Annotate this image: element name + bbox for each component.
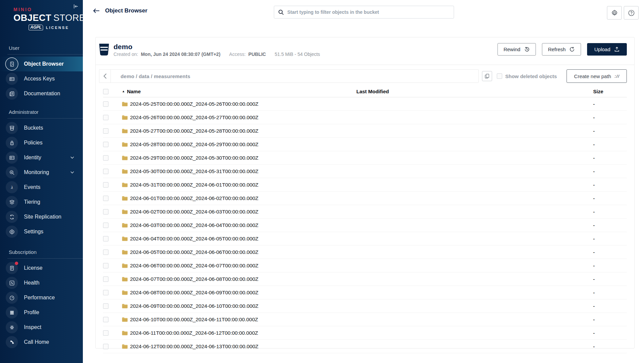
row-checkbox[interactable] (103, 317, 108, 322)
upload-button[interactable]: Upload (587, 43, 627, 56)
table-row[interactable]: 2024-05-30T00:00:00.000Z_2024-05-31T00:0… (103, 165, 627, 178)
table-row[interactable]: 2024-06-12T00:00:00.000Z_2024-06-13T00:0… (103, 340, 627, 353)
row-checkbox[interactable] (103, 276, 108, 282)
row-checkbox[interactable] (103, 290, 108, 295)
show-deleted-checkbox[interactable] (497, 73, 502, 79)
table-row[interactable]: 2024-05-31T00:00:00.000Z_2024-06-01T00:0… (103, 178, 627, 192)
object-name[interactable]: 2024-05-28T00:00:00.000Z_2024-05-29T00:0… (130, 141, 258, 147)
table-row[interactable]: 2024-05-25T00:00:00.000Z_2024-05-26T00:0… (103, 97, 627, 111)
table-row[interactable]: 2024-06-03T00:00:00.000Z_2024-06-04T00:0… (103, 219, 627, 232)
table-row[interactable]: 2024-06-01T00:00:00.000Z_2024-06-02T00:0… (103, 192, 627, 205)
object-name[interactable]: 2024-06-07T00:00:00.000Z_2024-06-08T00:0… (130, 276, 258, 282)
object-name[interactable]: 2024-06-04T00:00:00.000Z_2024-06-05T00:0… (130, 236, 258, 242)
object-filter-search[interactable] (274, 6, 454, 19)
access-value[interactable]: PUBLIC (248, 52, 266, 57)
object-name[interactable]: 2024-05-30T00:00:00.000Z_2024-05-31T00:0… (130, 168, 258, 174)
row-checkbox[interactable] (103, 169, 108, 174)
row-checkbox[interactable] (103, 182, 108, 188)
object-name[interactable]: 2024-06-10T00:00:00.000Z_2024-06-11T00:0… (130, 317, 258, 323)
breadcrumb[interactable]: demo / data / measurements (111, 73, 190, 79)
table-row[interactable]: 2024-06-06T00:00:00.000Z_2024-06-07T00:0… (103, 259, 627, 272)
table-row[interactable]: 2024-06-05T00:00:00.000Z_2024-06-06T00:0… (103, 245, 627, 259)
object-name[interactable]: 2024-06-09T00:00:00.000Z_2024-06-10T00:0… (130, 303, 258, 309)
object-name[interactable]: 2024-05-27T00:00:00.000Z_2024-05-28T00:0… (130, 128, 258, 134)
help-button[interactable] (624, 6, 639, 20)
row-checkbox[interactable] (103, 223, 108, 228)
column-header-last-modified[interactable]: Last Modified (356, 89, 593, 94)
row-checkbox[interactable] (103, 101, 108, 107)
row-checkbox[interactable] (103, 155, 108, 161)
create-new-path-button[interactable]: Create new path :// (567, 69, 627, 83)
table-row[interactable]: 2024-05-29T00:00:00.000Z_2024-05-30T00:0… (103, 151, 627, 165)
refresh-button[interactable]: Refresh (542, 43, 581, 56)
object-name[interactable]: 2024-06-02T00:00:00.000Z_2024-06-03T00:0… (130, 209, 258, 215)
sidebar-item-performance[interactable]: Performance (0, 290, 83, 305)
table-row[interactable]: 2024-06-11T00:00:00.000Z_2024-06-12T00:0… (103, 326, 627, 340)
row-checkbox[interactable] (103, 344, 108, 349)
object-name[interactable]: 2024-05-29T00:00:00.000Z_2024-05-30T00:0… (130, 155, 258, 161)
row-checkbox[interactable] (103, 303, 108, 309)
sidebar-item-tiering[interactable]: Tiering (0, 195, 83, 209)
bucket-header: demo Created on: Mon, Jun 24 2024 08:30:… (96, 37, 634, 60)
table-row[interactable]: 2024-06-04T00:00:00.000Z_2024-06-05T00:0… (103, 232, 627, 245)
sidebar-item-profile[interactable]: Profile (0, 305, 83, 320)
column-header-size[interactable]: Size (593, 89, 627, 94)
table-row[interactable]: 2024-06-09T00:00:00.000Z_2024-06-10T00:0… (103, 299, 627, 313)
object-name[interactable]: 2024-06-12T00:00:00.000Z_2024-06-13T00:0… (130, 343, 258, 350)
table-row[interactable]: 2024-05-28T00:00:00.000Z_2024-05-29T00:0… (103, 138, 627, 151)
sidebar-item-label: Monitoring (24, 169, 49, 175)
row-checkbox[interactable] (103, 128, 108, 134)
row-checkbox[interactable] (103, 115, 108, 120)
copy-path-button[interactable] (482, 71, 492, 81)
table-row[interactable]: 2024-05-27T00:00:00.000Z_2024-05-28T00:0… (103, 124, 627, 138)
table-row[interactable]: 2024-06-08T00:00:00.000Z_2024-06-09T00:0… (103, 286, 627, 299)
sidebar-item-events[interactable]: λ Events (0, 180, 83, 195)
object-name[interactable]: 2024-06-05T00:00:00.000Z_2024-06-06T00:0… (130, 249, 258, 255)
object-name[interactable]: 2024-05-26T00:00:00.000Z_2024-05-27T00:0… (130, 114, 258, 121)
select-all-checkbox[interactable] (103, 89, 108, 94)
object-name[interactable]: 2024-06-03T00:00:00.000Z_2024-06-04T00:0… (130, 222, 258, 228)
sidebar-item-label: Performance (24, 295, 55, 301)
breadcrumb-back-icon[interactable] (99, 70, 111, 82)
row-checkbox[interactable] (103, 250, 108, 255)
object-name[interactable]: 2024-05-25T00:00:00.000Z_2024-05-26T00:0… (130, 101, 258, 107)
rewind-button[interactable]: Rewind (497, 43, 536, 56)
sidebar-item-buckets[interactable]: Buckets (0, 121, 83, 135)
object-name[interactable]: 2024-06-06T00:00:00.000Z_2024-06-07T00:0… (130, 263, 258, 269)
column-header-name[interactable]: ▲ Name (121, 89, 356, 94)
back-arrow-icon[interactable] (93, 8, 100, 13)
object-name[interactable]: 2024-06-01T00:00:00.000Z_2024-06-02T00:0… (130, 195, 258, 201)
sidebar-item-label: Settings (24, 229, 43, 235)
sidebar-item-settings[interactable]: Settings (0, 224, 83, 239)
sidebar-item-identity[interactable]: Identity (0, 150, 83, 165)
sidebar-item-monitoring[interactable]: Monitoring (0, 165, 83, 180)
object-name[interactable]: 2024-05-31T00:00:00.000Z_2024-06-01T00:0… (130, 182, 258, 188)
row-checkbox[interactable] (103, 236, 108, 241)
sidebar-item-policies[interactable]: Policies (0, 135, 83, 150)
sidebar-item-health[interactable]: Health (0, 275, 83, 290)
settings-gear-button[interactable] (607, 6, 622, 20)
sidebar-item-license[interactable]: License (0, 261, 83, 275)
show-deleted-toggle[interactable]: Show deleted objects (497, 73, 557, 79)
row-checkbox[interactable] (103, 263, 108, 268)
sidebar-item-access-keys[interactable]: Access Keys (0, 71, 83, 86)
table-row[interactable]: 2024-06-02T00:00:00.000Z_2024-06-03T00:0… (103, 205, 627, 219)
sidebar-item-documentation[interactable]: Documentation (0, 86, 83, 101)
collapse-sidebar-icon[interactable] (72, 3, 79, 10)
row-checkbox[interactable] (103, 209, 108, 214)
row-checkbox[interactable] (103, 330, 108, 336)
sidebar-item-inspect[interactable]: Inspect (0, 320, 83, 335)
object-name[interactable]: 2024-06-11T00:00:00.000Z_2024-06-12T00:0… (130, 330, 258, 336)
table-row[interactable]: 2024-06-07T00:00:00.000Z_2024-06-08T00:0… (103, 272, 627, 286)
row-checkbox[interactable] (103, 196, 108, 201)
sidebar-item-object-browser[interactable]: Object Browser (0, 57, 83, 71)
topbar: Object Browser (83, 0, 644, 25)
table-row[interactable]: 2024-05-26T00:00:00.000Z_2024-05-27T00:0… (103, 111, 627, 124)
sidebar-item-call-home[interactable]: Call Home (0, 335, 83, 350)
search-input[interactable] (287, 6, 454, 18)
sidebar-item-site-replication[interactable]: Site Replication (0, 209, 83, 224)
buckets-icon (6, 122, 18, 134)
table-row[interactable]: 2024-06-10T00:00:00.000Z_2024-06-11T00:0… (103, 313, 627, 326)
row-checkbox[interactable] (103, 142, 108, 147)
object-name[interactable]: 2024-06-08T00:00:00.000Z_2024-06-09T00:0… (130, 290, 258, 296)
